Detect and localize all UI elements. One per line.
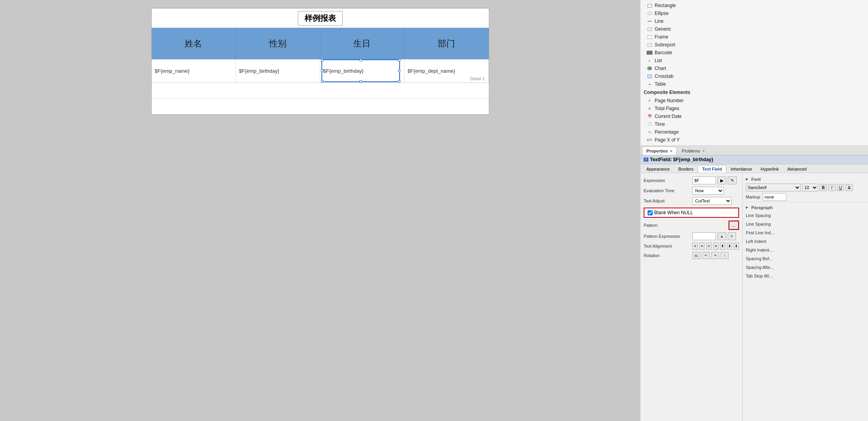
props-subtabs: Appearance Borders Text Field Inheritanc… [640, 164, 868, 173]
sel-handle-tm[interactable] [360, 59, 362, 61]
sel-handle-mr[interactable] [398, 70, 400, 72]
rotation-left-btn[interactable]: ↶ [702, 252, 710, 259]
markup-row: Markup [743, 192, 868, 202]
tab-problems-close[interactable]: × [703, 149, 705, 153]
palette-item-time[interactable]: 🕐 Time [640, 120, 868, 128]
align-top-btn[interactable]: ⬆ [720, 243, 725, 250]
subtab-hyperlink[interactable]: Hyperlink [756, 165, 783, 173]
sel-handle-bl[interactable] [321, 80, 323, 83]
pattern-expression-up-btn[interactable]: ▲ [718, 232, 726, 240]
rect-icon [647, 3, 652, 8]
blank-when-null-checkbox[interactable] [648, 210, 653, 215]
palette-item-page-x-of-y[interactable]: X/Y Page X of Y [640, 136, 868, 144]
blank-when-null-row: Blank When NULL [644, 208, 739, 218]
text-adjust-select[interactable]: CutText [692, 197, 732, 205]
align-center-btn[interactable]: ≡ [699, 243, 705, 250]
align-bottom-btn[interactable]: ⬇ [734, 243, 739, 250]
palette-label-time: Time [655, 121, 665, 127]
markup-value-input[interactable] [763, 193, 786, 201]
rotation-flip-btn[interactable]: ↕ [721, 252, 729, 259]
palette-item-barcode[interactable]: Barcode [640, 49, 868, 57]
page-x-of-y-icon: X/Y [647, 137, 652, 143]
text-adjust-row: Text Adjust CutText [640, 196, 742, 206]
tab-problems[interactable]: Problems × [677, 147, 709, 155]
pattern-btn[interactable]: ... [729, 221, 738, 229]
subtab-borders[interactable]: Borders [674, 165, 698, 173]
palette-item-current-date[interactable]: 📅 Current Date [640, 112, 868, 120]
crosstab-icon [647, 74, 652, 79]
font-italic-btn[interactable]: I [828, 184, 835, 191]
tab-properties[interactable]: Properties × [642, 147, 677, 155]
percentage-icon: % [647, 129, 652, 135]
palette-item-ellipse[interactable]: Ellipse [640, 9, 868, 17]
subtab-appearance[interactable]: Appearance [642, 165, 674, 173]
tab-stop-row: Tab Stop Wi... [743, 272, 868, 280]
palette-label-current-date: Current Date [655, 114, 682, 119]
text-alignment-row: Text Alignment ≡ ≡ ≡ ≡ ⬆ ⬇ ⬇ [640, 241, 742, 251]
palette-item-total-pages[interactable]: X Total Pages [640, 105, 868, 112]
evaluation-time-row: Evaluation Time Now [640, 186, 742, 196]
align-middle-btn[interactable]: ⬇ [727, 243, 732, 250]
pattern-expression-input[interactable] [692, 232, 716, 240]
evaluation-time-select[interactable]: Now [692, 187, 724, 195]
palette-item-subreport[interactable]: Subreport [640, 41, 868, 49]
palette-label-page-number: Page Number [655, 98, 684, 103]
pattern-expression-browse-btn[interactable]: ✎ [728, 232, 736, 240]
palette-item-rectangle[interactable]: Rectangle [640, 2, 868, 9]
subtab-advanced[interactable]: Advanced [783, 165, 811, 173]
align-left-btn[interactable]: ≡ [692, 243, 698, 250]
expression-edit-btn[interactable]: ✎ [728, 176, 737, 184]
palette-item-crosstab[interactable]: Crosstab [640, 72, 868, 80]
spacing-after-label: Spacing Afte... [746, 265, 774, 270]
sel-handle-tr[interactable] [398, 59, 400, 61]
expression-label: Expression [644, 178, 691, 183]
expression-input[interactable] [692, 176, 716, 184]
text-adjust-label: Text Adjust [644, 199, 691, 203]
font-bold-btn[interactable]: B [820, 184, 827, 191]
tab-stop-label: Tab Stop Wi... [746, 274, 773, 278]
line-icon [647, 18, 652, 24]
palette-item-line[interactable]: Line [640, 17, 868, 25]
palette-item-list[interactable]: ≡ List [640, 57, 868, 64]
detail-label: Detail 1 [470, 76, 484, 81]
current-date-icon: 📅 [647, 114, 652, 119]
palette-label-percentage: Percentage [655, 129, 679, 135]
sel-handle-bm[interactable] [360, 80, 362, 83]
font-name-select[interactable]: SansSerif [746, 184, 801, 191]
palette-item-frame[interactable]: Frame [640, 33, 868, 41]
header-cell-gender: 性别 [236, 28, 320, 59]
right-indent-row: Right Indent... [743, 246, 868, 254]
rotation-none-btn[interactable]: SL [692, 252, 700, 259]
font-size-select[interactable]: 10 [802, 184, 818, 191]
palette-item-generic[interactable]: Generic [640, 25, 868, 33]
empty-row-1 [152, 83, 489, 99]
props-content: Expression ▶ ✎ Evaluation Time Now Text … [640, 173, 868, 421]
palette-item-page-number[interactable]: # Page Number [640, 97, 868, 105]
right-panel: Rectangle Ellipse Line Generic Frame Sub… [640, 0, 868, 421]
paragraph-section-label: Paragraph [751, 205, 773, 210]
palette-item-chart[interactable]: Chart [640, 64, 868, 72]
rotation-right-btn[interactable]: ↷ [711, 252, 719, 259]
subtab-inheritance[interactable]: Inheritance [726, 165, 756, 173]
expression-browse-btn[interactable]: ▶ [718, 176, 726, 184]
list-icon: ≡ [647, 58, 652, 63]
palette-label-page-x-of-y: Page X of Y [655, 137, 680, 143]
palette-label-frame: Frame [655, 34, 668, 40]
palette-item-percentage[interactable]: % Percentage [640, 128, 868, 136]
align-right-btn[interactable]: ≡ [706, 243, 712, 250]
palette-item-table[interactable]: Table [640, 80, 868, 88]
font-section-header: ▸ Font [743, 175, 868, 183]
tab-properties-close[interactable]: × [670, 149, 672, 153]
sel-handle-tl[interactable] [321, 59, 323, 61]
font-strikethrough-btn[interactable]: S [846, 184, 853, 191]
props-title-bar: T TextField: $F{emp_birthday} [640, 155, 868, 164]
total-pages-icon: X [647, 106, 652, 111]
font-underline-btn[interactable]: U [837, 184, 844, 191]
subtab-text-field[interactable]: Text Field [698, 165, 727, 173]
generic-icon [647, 26, 652, 32]
align-justify-btn[interactable]: ≡ [713, 243, 719, 250]
composite-elements-label: Composite Elements [644, 90, 690, 95]
sel-handle-br[interactable] [398, 80, 400, 83]
pattern-expression-row: Pattern Expression ▲ ✎ [640, 231, 742, 241]
palette-label-line: Line [655, 18, 664, 24]
